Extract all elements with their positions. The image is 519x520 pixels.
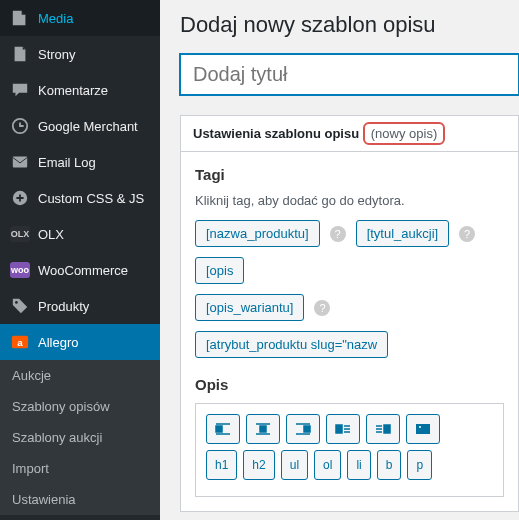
align-center-button[interactable] xyxy=(246,414,280,444)
svg-point-4 xyxy=(15,301,18,304)
tag-atrybut-produktu[interactable]: [atrybut_produktu slug="nazw xyxy=(195,331,388,358)
image-right-button[interactable] xyxy=(366,414,400,444)
sidebar-item-comments[interactable]: Komentarze xyxy=(0,72,160,108)
tag-opis-wariantu[interactable]: [opis_wariantu] xyxy=(195,294,304,321)
align-left-button[interactable] xyxy=(206,414,240,444)
submenu-ustawienia[interactable]: Ustawienia xyxy=(0,484,160,515)
sidebar-item-custom-css[interactable]: Custom CSS & JS xyxy=(0,180,160,216)
menu-label: Allegro xyxy=(38,335,78,350)
allegro-icon: a xyxy=(10,332,30,352)
menu-label: Email Log xyxy=(38,155,96,170)
align-right-button[interactable] xyxy=(286,414,320,444)
panel-header-highlight: (nowy opis) xyxy=(363,122,445,145)
sidebar-item-pages[interactable]: Strony xyxy=(0,36,160,72)
h2-button[interactable]: h2 xyxy=(243,450,274,480)
menu-label: Komentarze xyxy=(38,83,108,98)
sidebar-item-allegro[interactable]: a Allegro xyxy=(0,324,160,360)
woo-badge: woo xyxy=(10,262,30,278)
plus-icon xyxy=(10,188,30,208)
admin-sidebar: Media Strony Komentarze Google Merchant … xyxy=(0,0,160,520)
submenu-szablony-aukcji[interactable]: Szablony aukcji xyxy=(0,422,160,453)
help-icon[interactable]: ? xyxy=(314,300,330,316)
svg-rect-7 xyxy=(216,426,222,432)
allegro-submenu: Aukcje Szablony opisów Szablony aukcji I… xyxy=(0,360,160,515)
menu-label: Produkty xyxy=(38,299,89,314)
page-title: Dodaj nowy szablon opisu xyxy=(180,0,519,54)
template-title-input[interactable] xyxy=(180,54,519,95)
tag-opis[interactable]: [opis xyxy=(195,257,244,284)
comments-icon xyxy=(10,80,30,100)
sidebar-item-google-merchant[interactable]: Google Merchant xyxy=(0,108,160,144)
panel-header: Ustawienia szablonu opisu (nowy opis) xyxy=(181,116,518,152)
ol-button[interactable]: ol xyxy=(314,450,341,480)
menu-label: OLX xyxy=(38,227,64,242)
svg-rect-12 xyxy=(416,424,430,434)
sidebar-item-olx[interactable]: OLX OLX xyxy=(0,216,160,252)
tags-heading: Tagi xyxy=(195,166,504,183)
settings-panel: Ustawienia szablonu opisu (nowy opis) Ta… xyxy=(180,115,519,512)
tag-row-2: [opis_wariantu] ? [atrybut_produktu slug… xyxy=(195,294,504,358)
media-icon xyxy=(10,8,30,28)
li-button[interactable]: li xyxy=(347,450,370,480)
pages-icon xyxy=(10,44,30,64)
menu-label: Google Merchant xyxy=(38,119,138,134)
sidebar-item-woocommerce[interactable]: woo WooCommerce xyxy=(0,252,160,288)
menu-label: Media xyxy=(38,11,73,26)
help-icon[interactable]: ? xyxy=(330,226,346,242)
desc-heading: Opis xyxy=(195,376,504,393)
sidebar-item-email-log[interactable]: Email Log xyxy=(0,144,160,180)
svg-rect-9 xyxy=(304,426,310,432)
svg-text:a: a xyxy=(17,337,23,348)
image-full-button[interactable] xyxy=(406,414,440,444)
submenu-szablony-opisow[interactable]: Szablony opisów xyxy=(0,391,160,422)
menu-label: WooCommerce xyxy=(38,263,128,278)
tag-nazwa-produktu[interactable]: [nazwa_produktu] xyxy=(195,220,320,247)
sidebar-item-products[interactable]: Produkty xyxy=(0,288,160,324)
olx-badge: OLX xyxy=(10,226,30,242)
b-button[interactable]: b xyxy=(377,450,402,480)
p-button[interactable]: p xyxy=(407,450,432,480)
main-content: Dodaj nowy szablon opisu Ustawienia szab… xyxy=(160,0,519,520)
editor-toolbar: h1 h2 ul ol li b p xyxy=(195,403,504,497)
menu-label: Custom CSS & JS xyxy=(38,191,144,206)
menu-label: Strony xyxy=(38,47,76,62)
help-icon[interactable]: ? xyxy=(459,226,475,242)
panel-header-text: Ustawienia szablonu opisu xyxy=(193,126,359,141)
ul-button[interactable]: ul xyxy=(281,450,308,480)
tag-row-1: [nazwa_produktu] ? [tytul_aukcji] ? [opi… xyxy=(195,220,504,284)
submenu-aukcje[interactable]: Aukcje xyxy=(0,360,160,391)
google-icon xyxy=(10,116,30,136)
svg-rect-2 xyxy=(13,157,27,168)
tag-tytul-aukcji[interactable]: [tytul_aukcji] xyxy=(356,220,450,247)
submenu-import[interactable]: Import xyxy=(0,453,160,484)
svg-rect-8 xyxy=(260,426,266,432)
sidebar-item-media[interactable]: Media xyxy=(0,0,160,36)
h1-button[interactable]: h1 xyxy=(206,450,237,480)
products-icon xyxy=(10,296,30,316)
svg-rect-11 xyxy=(384,425,390,433)
image-left-button[interactable] xyxy=(326,414,360,444)
woo-icon: woo xyxy=(10,260,30,280)
email-icon xyxy=(10,152,30,172)
svg-rect-10 xyxy=(336,425,342,433)
svg-point-13 xyxy=(419,426,421,428)
olx-icon: OLX xyxy=(10,224,30,244)
tags-hint: Kliknij tag, aby dodać go do edytora. xyxy=(195,193,504,208)
svg-point-0 xyxy=(16,17,20,21)
